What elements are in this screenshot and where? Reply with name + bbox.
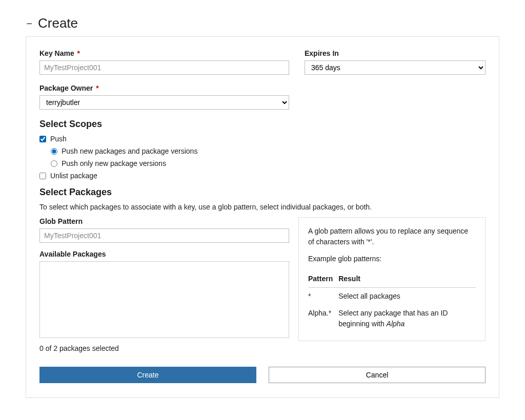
create-button[interactable]: Create: [39, 367, 256, 383]
glob-table-col-result: Result: [338, 270, 476, 288]
push-checkbox[interactable]: [39, 136, 46, 142]
glob-pattern-label: Glob Pattern: [39, 217, 289, 225]
glob-result-em: Alpha: [387, 320, 405, 328]
glob-pattern-cell: Alpha.*: [308, 305, 338, 332]
package-owner-label-text: Package Owner: [39, 84, 93, 92]
glob-pattern-table: Pattern Result * Select all packages Alp…: [308, 270, 476, 332]
push-only-radio[interactable]: [51, 160, 57, 167]
package-owner-select[interactable]: terryjbutler: [39, 95, 289, 110]
key-name-label-text: Key Name: [39, 49, 74, 57]
cancel-button[interactable]: Cancel: [269, 367, 486, 383]
glob-table-col-pattern: Pattern: [308, 270, 338, 288]
collapse-icon[interactable]: −: [26, 18, 33, 29]
key-name-required: *: [77, 49, 80, 57]
glob-result-cell: Select all packages: [338, 288, 476, 305]
glob-pattern-cell: *: [308, 288, 338, 305]
package-owner-required: *: [96, 84, 98, 92]
page-title: Create: [38, 15, 78, 31]
push-checkbox-label: Push: [50, 135, 67, 143]
glob-info-box: A glob pattern allows you to replace any…: [298, 217, 486, 341]
expires-in-label: Expires In: [305, 49, 486, 57]
glob-result-cell: Select any package that has an ID beginn…: [338, 305, 476, 332]
glob-info-example-label: Example glob patterns:: [308, 254, 476, 264]
push-new-radio-label: Push new packages and package versions: [62, 147, 197, 155]
available-packages-list[interactable]: [39, 261, 289, 338]
glob-pattern-input[interactable]: [39, 228, 289, 243]
expires-in-select[interactable]: 365 days: [305, 60, 486, 75]
table-row: Alpha.* Select any package that has an I…: [308, 305, 476, 332]
push-new-radio[interactable]: [51, 148, 57, 155]
create-panel: Key Name * Expires In 365 days Package O…: [26, 36, 499, 398]
key-name-label: Key Name *: [39, 49, 289, 57]
available-packages-label: Available Packages: [39, 250, 289, 258]
select-packages-description: To select which packages to associate wi…: [39, 203, 486, 211]
table-row: * Select all packages: [308, 288, 476, 305]
package-owner-label: Package Owner *: [39, 84, 289, 92]
glob-info-intro: A glob pattern allows you to replace any…: [308, 226, 476, 247]
select-scopes-heading: Select Scopes: [39, 119, 486, 130]
unlist-checkbox[interactable]: [39, 173, 46, 179]
select-packages-heading: Select Packages: [39, 187, 486, 198]
push-only-radio-label: Push only new package versions: [62, 159, 166, 167]
packages-selected-count: 0 of 2 packages selected: [39, 344, 289, 352]
unlist-checkbox-label: Unlist package: [50, 172, 97, 180]
key-name-input[interactable]: [39, 60, 289, 75]
